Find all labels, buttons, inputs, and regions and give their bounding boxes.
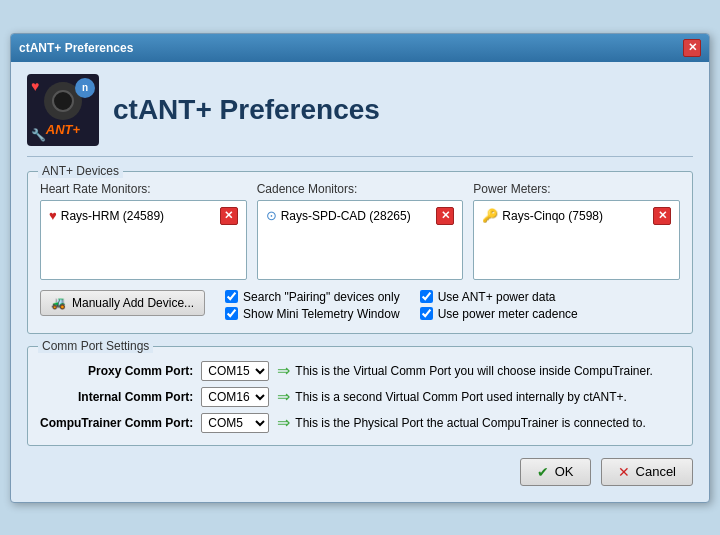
power-device: 🔑 Rays-Cinqo (7598) [482, 208, 603, 223]
logo-text: ANT+ [46, 122, 80, 137]
computrainer-desc: ⇒ This is the Physical Port the actual C… [277, 413, 680, 432]
computrainer-arrow-icon: ⇒ [277, 413, 290, 432]
telemetry-checkbox[interactable] [225, 307, 238, 320]
ok-label: OK [555, 464, 574, 479]
cadence-list: ⊙ Rays-SPD-CAD (28265) ✕ [257, 200, 464, 280]
computrainer-desc-text: This is the Physical Port the actual Com… [295, 416, 645, 430]
internal-arrow-icon: ⇒ [277, 387, 290, 406]
heart-rate-device: ♥ Rays-HRM (24589) [49, 208, 164, 223]
remove-cadence-button[interactable]: ✕ [436, 207, 454, 225]
pairing-label: Search "Pairing" devices only [243, 290, 400, 304]
devices-grid: Heart Rate Monitors: ♥ Rays-HRM (24589) … [40, 182, 680, 280]
cadence-device: ⊙ Rays-SPD-CAD (28265) [266, 208, 411, 223]
power-data-checkbox-row[interactable]: Use ANT+ power data [420, 290, 578, 304]
cancel-button[interactable]: ✕ Cancel [601, 458, 693, 486]
device-name: Rays-Cinqo (7598) [502, 209, 603, 223]
computrainer-label: CompuTrainer Comm Port: [40, 416, 193, 430]
header-section: ♥ n ANT+ 🔧 ctANT+ Preferences [27, 74, 693, 157]
main-window: ctANT+ Preferences ✕ ♥ n ANT+ 🔧 ctANT+ P… [10, 33, 710, 503]
power-column: Power Meters: 🔑 Rays-Cinqo (7598) ✕ [473, 182, 680, 280]
add-device-button[interactable]: 🚜 Manually Add Device... [40, 290, 205, 316]
wrench-icon: 🔧 [31, 128, 46, 142]
cadence-icon: ⊙ [266, 208, 277, 223]
power-data-checkbox[interactable] [420, 290, 433, 303]
close-button[interactable]: ✕ [683, 39, 701, 57]
device-name: Rays-HRM (24589) [61, 209, 164, 223]
logo-box: ♥ n ANT+ 🔧 [27, 74, 99, 146]
internal-desc-text: This is a second Virtual Comm Port used … [295, 390, 627, 404]
right-checkboxes: Use ANT+ power data Use power meter cade… [420, 290, 578, 321]
add-device-label: Manually Add Device... [72, 296, 194, 310]
title-bar: ctANT+ Preferences ✕ [11, 34, 709, 62]
tractor-icon: 🚜 [51, 296, 66, 310]
telemetry-checkbox-row[interactable]: Show Mini Telemetry Window [225, 307, 400, 321]
heart-rate-column: Heart Rate Monitors: ♥ Rays-HRM (24589) … [40, 182, 247, 280]
comm-port-label: Comm Port Settings [38, 339, 153, 353]
badge-icon: n [75, 78, 95, 98]
telemetry-label: Show Mini Telemetry Window [243, 307, 400, 321]
pairing-checkbox-row[interactable]: Search "Pairing" devices only [225, 290, 400, 304]
device-name: Rays-SPD-CAD (28265) [281, 209, 411, 223]
remove-power-button[interactable]: ✕ [653, 207, 671, 225]
proxy-desc: ⇒ This is the Virtual Comm Port you will… [277, 361, 680, 380]
proxy-select[interactable]: COM15 COM1COM2COM3 COM5COM10COM16 [201, 361, 269, 381]
comm-port-section: Comm Port Settings Proxy Comm Port: COM1… [27, 346, 693, 446]
power-cadence-checkbox[interactable] [420, 307, 433, 320]
power-cadence-label: Use power meter cadence [438, 307, 578, 321]
power-cadence-checkbox-row[interactable]: Use power meter cadence [420, 307, 578, 321]
proxy-desc-text: This is the Virtual Comm Port you will c… [295, 364, 652, 378]
power-icon: 🔑 [482, 208, 498, 223]
list-item: 🔑 Rays-Cinqo (7598) ✕ [478, 205, 675, 227]
heart-rate-label: Heart Rate Monitors: [40, 182, 247, 196]
pairing-checkbox[interactable] [225, 290, 238, 303]
heart-rate-list: ♥ Rays-HRM (24589) ✕ [40, 200, 247, 280]
cadence-label: Cadence Monitors: [257, 182, 464, 196]
cancel-label: Cancel [636, 464, 676, 479]
ok-icon: ✔ [537, 464, 549, 480]
left-checkboxes: Search "Pairing" devices only Show Mini … [225, 290, 400, 321]
internal-desc: ⇒ This is a second Virtual Comm Port use… [277, 387, 680, 406]
power-label: Power Meters: [473, 182, 680, 196]
list-item: ⊙ Rays-SPD-CAD (28265) ✕ [262, 205, 459, 227]
power-list: 🔑 Rays-Cinqo (7598) ✕ [473, 200, 680, 280]
proxy-label: Proxy Comm Port: [40, 364, 193, 378]
heart-icon: ♥ [49, 208, 57, 223]
computrainer-select[interactable]: COM5 COM1COM2COM3 COM10COM15COM16 [201, 413, 269, 433]
proxy-arrow-icon: ⇒ [277, 361, 290, 380]
internal-select[interactable]: COM16 COM1COM2COM3 COM5COM10COM15 [201, 387, 269, 407]
footer-buttons: ✔ OK ✕ Cancel [27, 458, 693, 486]
cancel-icon: ✕ [618, 464, 630, 480]
ok-button[interactable]: ✔ OK [520, 458, 591, 486]
devices-controls: 🚜 Manually Add Device... Search "Pairing… [40, 290, 680, 321]
app-title: ctANT+ Preferences [113, 94, 380, 126]
power-data-label: Use ANT+ power data [438, 290, 556, 304]
title-bar-left: ctANT+ Preferences [19, 41, 133, 55]
internal-label: Internal Comm Port: [40, 390, 193, 404]
window-body: ♥ n ANT+ 🔧 ctANT+ Preferences ANT+ Devic… [11, 62, 709, 502]
list-item: ♥ Rays-HRM (24589) ✕ [45, 205, 242, 227]
title-bar-text: ctANT+ Preferences [19, 41, 133, 55]
comm-grid: Proxy Comm Port: COM15 COM1COM2COM3 COM5… [40, 361, 680, 433]
heart-icon: ♥ [31, 78, 39, 94]
cadence-column: Cadence Monitors: ⊙ Rays-SPD-CAD (28265)… [257, 182, 464, 280]
remove-heart-rate-button[interactable]: ✕ [220, 207, 238, 225]
ant-devices-label: ANT+ Devices [38, 164, 123, 178]
ant-devices-section: ANT+ Devices Heart Rate Monitors: ♥ Rays… [27, 171, 693, 334]
